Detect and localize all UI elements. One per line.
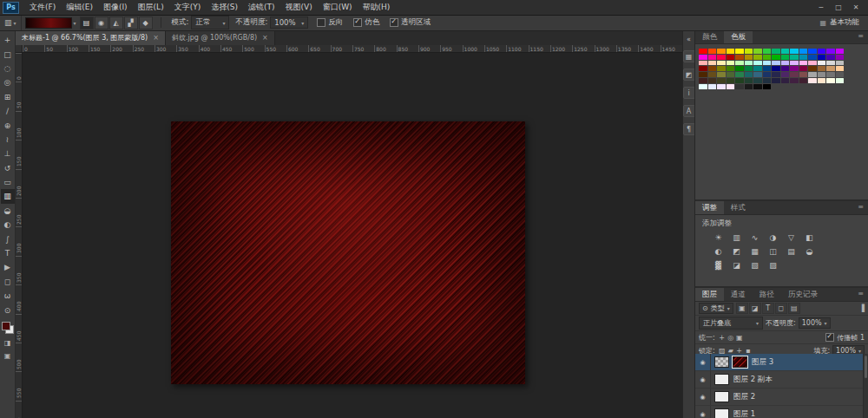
color-swatch[interactable] [717, 84, 726, 89]
color-swatch[interactable] [772, 55, 780, 60]
color-swatch[interactable] [826, 72, 835, 77]
color-swatch[interactable] [836, 78, 845, 83]
color-swatch[interactable] [781, 55, 790, 60]
color-swatch[interactable] [699, 84, 707, 89]
pen-tool[interactable]: ∫ [1, 232, 15, 245]
menu-item[interactable]: 编辑(E) [61, 2, 98, 13]
color-swatch[interactable] [772, 49, 780, 54]
shape-tool[interactable]: ◻ [1, 275, 15, 289]
panel-tab[interactable]: 颜色 [695, 30, 724, 43]
minimize-button[interactable]: ─ [812, 3, 830, 11]
color-swatch[interactable] [735, 66, 744, 71]
color-swatch[interactable] [745, 61, 753, 66]
color-swatch[interactable] [790, 66, 799, 71]
paragraph-panel-icon[interactable]: ¶ [683, 123, 695, 135]
color-swatch[interactable] [799, 49, 808, 54]
panel-tab[interactable]: 图层 [695, 288, 724, 301]
expand-panels-icon[interactable]: « [684, 34, 694, 44]
color-swatch[interactable] [818, 72, 826, 77]
posterize-icon[interactable]: ▓ [709, 258, 727, 272]
color-swatch[interactable] [818, 61, 826, 66]
color-swatch[interactable] [772, 72, 780, 77]
color-swatch[interactable] [745, 66, 753, 71]
eraser-tool[interactable]: ▭ [1, 175, 15, 189]
radial-gradient-button[interactable]: ◉ [95, 16, 108, 29]
color-swatch[interactable] [727, 66, 735, 71]
scrollbar-thumb[interactable] [865, 356, 867, 378]
character-panel-icon[interactable]: A [683, 105, 695, 117]
brush-tool[interactable]: ≀ [1, 133, 15, 147]
color-swatch[interactable] [763, 84, 772, 89]
maximize-button[interactable]: □ [830, 3, 847, 11]
blur-tool[interactable]: ◒ [1, 204, 15, 218]
color-swatch[interactable] [708, 84, 717, 89]
panel-tab[interactable]: 路径 [753, 288, 781, 301]
color-swatch[interactable] [826, 61, 835, 66]
menu-item[interactable]: 图像(I) [98, 2, 133, 13]
color-swatch[interactable] [763, 66, 772, 71]
unify-position-icon[interactable]: + [718, 334, 727, 342]
ruler-vertical[interactable]: 050100150200250300350400450500550600 [16, 53, 23, 418]
history-brush-tool[interactable]: ↺ [1, 161, 15, 175]
color-swatch[interactable] [781, 78, 790, 83]
unify-style-icon[interactable]: ▣ [735, 334, 744, 342]
menu-item[interactable]: 窗口(W) [318, 2, 358, 13]
color-swatch[interactable] [727, 49, 735, 54]
color-swatch[interactable] [826, 66, 835, 71]
menu-item[interactable]: 滤镜(T) [243, 2, 280, 13]
color-swatch[interactable] [808, 72, 817, 77]
color-swatch[interactable] [745, 84, 753, 89]
menu-item[interactable]: 帮助(H) [358, 2, 396, 13]
color-swatch[interactable] [799, 72, 808, 77]
color-swatch[interactable] [799, 61, 808, 66]
close-icon[interactable]: × [153, 34, 159, 42]
lasso-tool[interactable]: ◌ [1, 62, 15, 75]
color-swatch[interactable] [781, 49, 790, 54]
document-image[interactable] [171, 121, 525, 384]
exposure-icon[interactable]: ◑ [764, 231, 782, 245]
filter-type-layers-icon[interactable]: T [762, 303, 774, 314]
filter-toggle-icon[interactable]: ▐ [859, 304, 865, 312]
color-swatch[interactable] [763, 78, 772, 83]
layer-opacity-select[interactable]: 100% ▾ [799, 317, 831, 329]
mode-select[interactable]: 正常 ▾ [191, 16, 229, 29]
layer-visibility-toggle[interactable]: ◉ [695, 354, 711, 370]
filter-kind-select[interactable]: ⊙ 类型 ▾ [699, 303, 733, 314]
color-swatch[interactable] [836, 66, 845, 71]
layer-visibility-toggle[interactable]: ◉ [695, 406, 711, 418]
color-swatch[interactable] [753, 66, 762, 71]
marquee-tool[interactable]: □ [1, 47, 15, 61]
color-swatch[interactable] [753, 61, 762, 66]
color-swatch[interactable] [745, 72, 753, 77]
color-balance-icon[interactable]: ◐ [709, 245, 727, 258]
canvas-area[interactable] [23, 53, 682, 418]
color-swatch[interactable] [772, 66, 780, 71]
color-swatch[interactable] [836, 55, 845, 60]
document-tab[interactable]: 未标题-1 @ 66.7%(图层 3, 图层蒙版/8)× [16, 30, 166, 45]
color-swatch[interactable] [772, 78, 780, 83]
document-tab[interactable]: 斜纹.jpg @ 100%(RGB/8)× [166, 30, 275, 45]
threshold-icon[interactable]: ◪ [727, 258, 746, 272]
color-swatch[interactable] [826, 55, 835, 60]
eyedropper-tool[interactable]: ∕ [1, 104, 15, 118]
layer-visibility-toggle[interactable]: ◉ [695, 389, 711, 405]
color-swatch[interactable] [799, 78, 808, 83]
color-swatch[interactable] [763, 61, 772, 66]
crop-tool[interactable]: ⊞ [1, 90, 15, 104]
info-panel-icon[interactable]: i [683, 87, 695, 99]
hand-tool[interactable]: ω [1, 289, 15, 303]
photo-filter-icon[interactable]: ▦ [746, 245, 764, 258]
color-swatch[interactable] [753, 78, 762, 83]
color-swatch[interactable] [836, 61, 845, 66]
close-icon[interactable]: × [262, 34, 268, 42]
blend-mode-select[interactable]: 正片叠底 ▾ [699, 317, 763, 330]
color-swatch[interactable] [790, 72, 799, 77]
color-swatch[interactable] [699, 49, 707, 54]
hue-saturation-icon[interactable]: ◧ [800, 231, 819, 245]
angle-gradient-button[interactable]: ◭ [109, 16, 123, 29]
menu-item[interactable]: 视图(V) [279, 2, 317, 13]
tool-preset-picker[interactable]: ▥ ▾ [0, 15, 22, 30]
color-swatch[interactable] [781, 61, 790, 66]
color-swatch[interactable] [717, 61, 726, 66]
checkbox-option[interactable]: 仿色 [353, 17, 379, 28]
